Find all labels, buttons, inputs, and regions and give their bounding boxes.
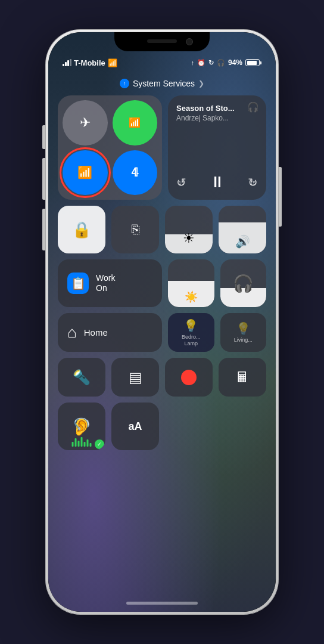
cellular-button[interactable]: 📶 (113, 100, 158, 145)
wave-4 (81, 437, 83, 447)
font-label: aA (128, 420, 142, 433)
sun-icon: ☀️ (185, 290, 198, 307)
row-work-brightness-airpods: 📋 Work On ☀️ (58, 259, 266, 307)
status-bar: T-Mobile 📶 ↑ ⏰ ↻ 🎧 94% (48, 54, 276, 72)
airplane-icon: ✈ (80, 115, 91, 131)
speaker (147, 39, 177, 43)
work-id-icon: 📋 (71, 276, 86, 290)
row-connectivity-media: ✈ 📶 📶 𝟜 (58, 95, 266, 200)
lamp-buttons: 💡 Bedro... Lamp 💡 Living... (168, 313, 266, 352)
row-home-lamps: ⌂ Home 💡 Bedro... Lamp (58, 313, 266, 352)
location-status-icon: ↑ (191, 59, 194, 66)
phone-screen: T-Mobile 📶 ↑ ⏰ ↻ 🎧 94% (48, 32, 276, 612)
volume-down-button[interactable] (42, 209, 45, 250)
timer-icon: ▤ (129, 369, 142, 386)
check-badge-icon: ✓ (95, 439, 104, 449)
hearing-icon: 🦻 (71, 417, 92, 436)
skip-back-button[interactable]: ↺ 15 (176, 175, 186, 190)
screen-content: T-Mobile 📶 ↑ ⏰ ↻ 🎧 94% (48, 32, 276, 612)
media-player: 🎧 Season of Sto... Andrzej Sapko... ↺ 15… (168, 95, 266, 200)
calculator-button[interactable]: 🖩 (219, 358, 266, 397)
work-label-line1: Work (96, 273, 115, 283)
brightness-vertical-button[interactable]: ☀️ (168, 259, 214, 307)
signal-bar-4 (70, 59, 71, 66)
bluetooth-icon: 𝟜 (131, 165, 139, 179)
work-focus-icon: 📋 (67, 273, 89, 294)
wifi-status-icon: 📶 (108, 58, 117, 67)
record-circle-icon (181, 370, 197, 385)
calculator-icon: 🖩 (235, 369, 250, 386)
location-arrow-icon: ↑ (120, 79, 129, 88)
signal-bar-3 (67, 60, 69, 66)
flashlight-icon: 🔦 (73, 369, 91, 386)
wifi-button[interactable]: 📶 (63, 150, 108, 196)
living-label-line1: Living... (234, 337, 253, 343)
work-label-line2: On (96, 283, 115, 293)
home-label: Home (84, 327, 108, 338)
battery-tip (260, 61, 261, 64)
airplane-mode-button[interactable]: ✈ (63, 100, 108, 145)
skip-back-seconds: 15 (178, 180, 184, 186)
airpods-volume-button[interactable]: 🎧 (220, 259, 267, 307)
bedroom-lamp-button[interactable]: 💡 Bedro... Lamp (168, 313, 214, 352)
play-pause-button[interactable]: ⏸ (210, 173, 225, 191)
timer-button[interactable]: ▤ (111, 358, 159, 397)
flashlight-button[interactable]: 🔦 (58, 358, 105, 397)
living-lamp-icon: 💡 (236, 321, 251, 336)
wave-2 (75, 438, 77, 447)
signal-bar-1 (63, 64, 64, 66)
signal-icon (63, 59, 71, 66)
cellular-icon: 📶 (129, 117, 141, 128)
screen-record-button[interactable] (165, 358, 213, 397)
sync-icon: ↻ (208, 59, 214, 67)
skip-forward-seconds: 15 (250, 180, 256, 186)
brightness-icon: ☀ (183, 231, 195, 246)
bluetooth-button[interactable]: 𝟜 (113, 150, 158, 196)
alarm-icon: ⏰ (197, 59, 205, 67)
pause-icon: ⏸ (210, 173, 225, 191)
control-center: ✈ 📶 📶 𝟜 (58, 95, 266, 576)
bedroom-lamp-label: Bedro... Lamp (182, 334, 201, 347)
location-services-header[interactable]: ↑ System Services ❯ (48, 79, 276, 88)
skip-forward-button[interactable]: ↻ 15 (248, 175, 258, 190)
brightness-slider[interactable]: ☀ (165, 206, 213, 253)
text-size-button[interactable]: aA (111, 402, 159, 450)
wave-5 (84, 442, 86, 447)
mute-button[interactable] (42, 125, 45, 149)
sound-waves (72, 437, 92, 447)
living-lamp-label: Living... (234, 337, 253, 343)
home-button[interactable]: ⌂ Home (58, 313, 162, 352)
wifi-icon: 📶 (77, 165, 92, 179)
work-on-label: Work On (96, 273, 115, 293)
headphone-icon: 🎧 (217, 59, 225, 67)
lock-rotate-icon: 🔒 (72, 221, 91, 239)
notch (114, 32, 210, 51)
screen-mirroring-button[interactable]: ⎘ (111, 206, 159, 253)
home-icon: ⌂ (67, 323, 77, 342)
row-utilities: 🔦 ▤ 🖩 (58, 358, 266, 397)
row-accessibility: 🦻 ✓ aA (58, 402, 266, 450)
status-right: ↑ ⏰ ↻ 🎧 94% (191, 58, 261, 67)
media-controls: ↺ 15 ⏸ ↻ 15 (176, 173, 258, 191)
power-button[interactable] (279, 167, 282, 227)
screen-lock-rotation-button[interactable]: 🔒 (58, 206, 105, 253)
volume-slider[interactable]: 🔊 (219, 206, 266, 253)
living-lamp-button[interactable]: 💡 Living... (220, 313, 267, 352)
bedroom-label-line1: Bedro... (182, 334, 201, 340)
volume-up-button[interactable] (42, 158, 45, 200)
airpods-icon: 🎧 (233, 274, 254, 293)
row-lock-mirror-brightness: 🔒 ⎘ ☀ 🔊 (58, 206, 266, 253)
work-on-button[interactable]: 📋 Work On (58, 259, 162, 307)
system-services-label: System Services (133, 79, 195, 88)
row-4-right: ☀️ 🎧 (168, 259, 266, 307)
battery-percent: 94% (228, 58, 242, 67)
hearing-button[interactable]: 🦻 ✓ (58, 402, 105, 450)
wave-1 (72, 442, 74, 447)
media-title: Season of Sto... (176, 104, 258, 113)
bedroom-label-line2: Lamp (182, 340, 201, 347)
screen-mirror-icon: ⎘ (132, 222, 139, 237)
phone-frame: T-Mobile 📶 ↑ ⏰ ↻ 🎧 94% (46, 30, 278, 614)
home-indicator[interactable] (126, 602, 198, 605)
volume-icon: 🔊 (235, 234, 250, 253)
signal-bar-2 (65, 62, 67, 66)
